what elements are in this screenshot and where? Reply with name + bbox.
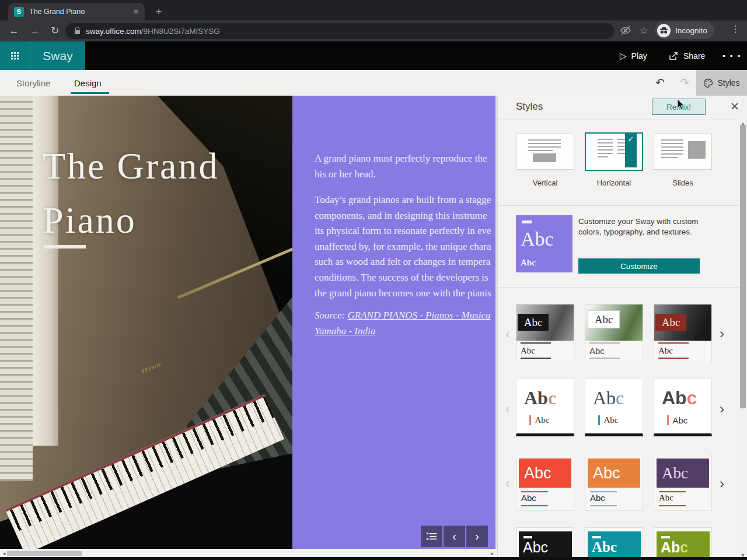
paragraph-1: A grand piano must perfectly reproduce t… [315, 151, 495, 182]
palette-icon [703, 78, 713, 88]
play-button[interactable]: ▷ Play [620, 41, 647, 70]
share-button[interactable]: Share [669, 41, 705, 70]
layout-horizontal-label: Horizontal [585, 178, 643, 187]
styles-button-label: Styles [717, 78, 739, 88]
customize-button[interactable]: Customize [578, 258, 700, 274]
source-block: Source: GRAND PIANOS - Pianos - Musica Y… [315, 308, 495, 339]
chevron-left-icon: ‹ [452, 530, 456, 543]
style-thumbnail[interactable]: Abc [654, 527, 712, 560]
row3-next-icon[interactable]: › [717, 476, 727, 491]
grand-piano-photo: PETROF The Grand Piano [0, 96, 292, 549]
styles-panel-title: Styles [516, 101, 543, 113]
selected-layout-marker: ✓ [625, 134, 637, 167]
outline-view-button[interactable] [421, 526, 442, 547]
share-label: Share [683, 51, 705, 61]
style-thumbnail[interactable]: Abc [585, 527, 643, 560]
row3-previous-icon[interactable]: ‹ [502, 476, 513, 491]
style-thumbnail[interactable]: Abc Abc [516, 304, 574, 362]
text-panel: A grand piano must perfectly reproduce t… [292, 96, 495, 549]
chevron-right-icon: › [475, 530, 479, 543]
styles-button[interactable]: Styles [696, 70, 747, 96]
waffle-icon [11, 52, 19, 60]
hidden-eye-icon[interactable] [620, 24, 633, 38]
screen: S The Grand Piano ✕ + ← → ↻ sway.office.… [0, 0, 747, 560]
window-blinds [0, 96, 33, 481]
tab-storyline[interactable]: Storyline [16, 70, 50, 96]
redo-icon[interactable]: ↷ [677, 76, 692, 90]
header-more-button[interactable]: • • • [722, 41, 741, 70]
active-tab-underline [71, 92, 109, 94]
address-bar[interactable]: sway.office.com/9HN8U2Si7aMfSYSG [65, 23, 614, 39]
style-thumbnail[interactable]: Abc Abc [585, 379, 643, 436]
paragraph-2: Today’s grand pianos are built from a st… [315, 192, 495, 301]
bookmark-star-icon[interactable]: ☆ [637, 24, 650, 38]
play-icon: ▷ [620, 51, 627, 61]
close-tab-icon[interactable]: ✕ [133, 8, 139, 16]
divider [498, 205, 739, 206]
url-path: /9HN8U2Si7aMfSYSG [141, 27, 220, 36]
browser-menu-icon[interactable]: ⋮ [729, 23, 741, 34]
previous-section-button[interactable]: ‹ [444, 526, 465, 547]
dash-mark [522, 220, 532, 223]
row1-next-icon[interactable]: › [717, 326, 727, 341]
section-nav: ‹ › [421, 526, 488, 547]
row1-previous-icon[interactable]: ‹ [502, 326, 513, 341]
layout-slides-card[interactable] [654, 134, 712, 170]
divider [498, 287, 739, 288]
incognito-label: Incognito [675, 26, 707, 35]
app-launcher-button[interactable] [0, 41, 30, 70]
style-thumbnail[interactable]: Abc Abc [585, 304, 643, 362]
incognito-icon [657, 24, 671, 37]
layout-slides-label: Slides [654, 178, 712, 187]
next-section-button[interactable]: › [466, 526, 488, 547]
customize-description: Customize your Sway with custom colors, … [578, 216, 710, 237]
window-bottom-edge [0, 557, 747, 560]
tab-title: The Grand Piano [29, 8, 130, 16]
check-icon: ✓ [628, 134, 634, 167]
horizontal-scrollbar-thumb[interactable] [7, 551, 82, 556]
undo-icon[interactable]: ↶ [652, 76, 668, 90]
layout-vertical-label: Vertical [516, 178, 574, 187]
scroll-right-icon[interactable]: ▸ [489, 550, 496, 557]
style-thumbnail[interactable]: Abc Abc [516, 454, 574, 511]
customize-preview-tile: Abc Abc [516, 215, 573, 272]
style-thumbnail[interactable]: Abc Abc [654, 379, 712, 436]
browser-tab-strip: S The Grand Piano ✕ + [0, 0, 747, 20]
source-link[interactable]: GRAND PIANOS - Pianos - Musica [348, 310, 491, 321]
incognito-badge: Incognito [655, 22, 714, 39]
browser-tab[interactable]: S The Grand Piano ✕ [8, 3, 145, 20]
layout-vertical-card[interactable] [516, 134, 574, 170]
style-thumbnail[interactable]: Abc Abc [654, 454, 712, 511]
sway-favicon-icon: S [14, 7, 24, 17]
title-underline [44, 245, 86, 249]
row2-previous-icon[interactable]: ‹ [502, 401, 513, 416]
back-icon[interactable]: ← [7, 24, 21, 37]
url-host: sway.office.com [86, 27, 141, 36]
play-label: Play [631, 51, 647, 61]
row2-next-icon[interactable]: › [717, 401, 727, 416]
layout-horizontal-card[interactable]: ✓ [585, 132, 643, 171]
forward-icon[interactable]: → [28, 24, 42, 37]
mouse-cursor [677, 99, 686, 111]
new-tab-button[interactable]: + [152, 5, 166, 19]
sway-canvas: PETROF The Grand Piano A grand piano mus… [0, 96, 497, 549]
panel-scrollbar-thumb[interactable] [740, 125, 746, 408]
style-thumbnail[interactable]: Abc [516, 527, 574, 560]
sway-title: The Grand Piano [43, 139, 219, 247]
lock-icon [75, 30, 80, 34]
divider [498, 120, 739, 120]
source-link-line2[interactable]: Yamaha - India [315, 326, 375, 337]
source-label: Source: [315, 310, 348, 321]
sway-brand[interactable]: Sway [30, 41, 85, 70]
reload-icon[interactable]: ↻ [48, 24, 62, 37]
style-thumbnail[interactable]: Abc Abc [516, 379, 574, 436]
style-thumbnail[interactable]: Abc Abc [654, 304, 712, 362]
style-thumbnail[interactable]: Abc Abc [585, 454, 643, 511]
share-icon [669, 51, 679, 61]
ribbon [0, 70, 747, 96]
piano-brand-text: PETROF [141, 362, 163, 374]
